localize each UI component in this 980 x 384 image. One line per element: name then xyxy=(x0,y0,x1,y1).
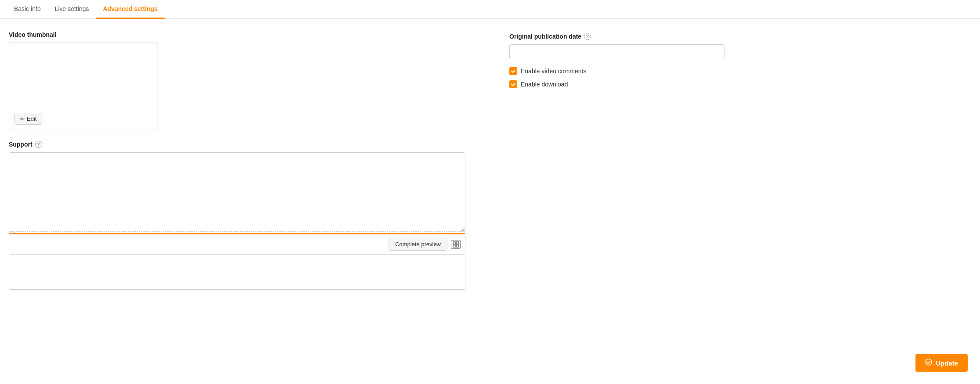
edit-thumbnail-button[interactable]: ✏ Edit xyxy=(14,113,42,125)
tab-live-settings[interactable]: Live settings xyxy=(48,0,96,19)
enable-comments-row: Enable video comments xyxy=(509,67,729,75)
support-help-icon[interactable]: ? xyxy=(35,141,42,148)
enable-comments-label[interactable]: Enable video comments xyxy=(521,68,586,75)
editor-toolbar: Complete preview xyxy=(9,233,465,254)
svg-rect-1 xyxy=(456,242,458,244)
editor-bottom-area xyxy=(9,255,465,290)
main-content: Video thumbnail ✏ Edit Support ? Complet… xyxy=(0,19,980,298)
pub-date-input[interactable] xyxy=(509,44,724,59)
update-button[interactable]: Update xyxy=(915,354,968,372)
support-section: Support ? Complete preview xyxy=(9,141,492,290)
support-section-label: Support ? xyxy=(9,141,492,148)
pencil-icon: ✏ xyxy=(20,116,25,122)
tab-advanced-settings[interactable]: Advanced settings xyxy=(96,0,165,19)
right-panel: Original publication date ? Enable video… xyxy=(509,31,729,290)
pub-date-help-icon[interactable]: ? xyxy=(584,33,591,40)
thumbnail-box: ✏ Edit xyxy=(9,43,158,130)
enable-download-row: Enable download xyxy=(509,80,729,88)
enable-comments-checkbox[interactable] xyxy=(509,67,517,75)
support-label-text: Support xyxy=(9,141,32,148)
complete-preview-button[interactable]: Complete preview xyxy=(389,238,447,251)
pub-date-label: Original publication date ? xyxy=(509,33,729,40)
support-textarea[interactable] xyxy=(9,153,465,232)
update-check-icon xyxy=(925,359,932,367)
svg-rect-0 xyxy=(453,242,455,244)
svg-point-4 xyxy=(926,359,932,365)
enable-download-checkbox[interactable] xyxy=(509,80,517,88)
svg-rect-2 xyxy=(453,245,455,247)
tabs-bar: Basic info Live settings Advanced settin… xyxy=(0,0,980,19)
left-panel: Video thumbnail ✏ Edit Support ? Complet… xyxy=(9,31,492,290)
svg-rect-3 xyxy=(456,245,458,247)
thumbnail-section-label: Video thumbnail xyxy=(9,31,492,38)
enable-download-label[interactable]: Enable download xyxy=(521,81,568,88)
expand-icon[interactable] xyxy=(451,240,461,249)
support-editor-container: Complete preview xyxy=(9,152,465,255)
tab-basic-info[interactable]: Basic info xyxy=(7,0,48,19)
thumbnail-label-text: Video thumbnail xyxy=(9,31,57,38)
